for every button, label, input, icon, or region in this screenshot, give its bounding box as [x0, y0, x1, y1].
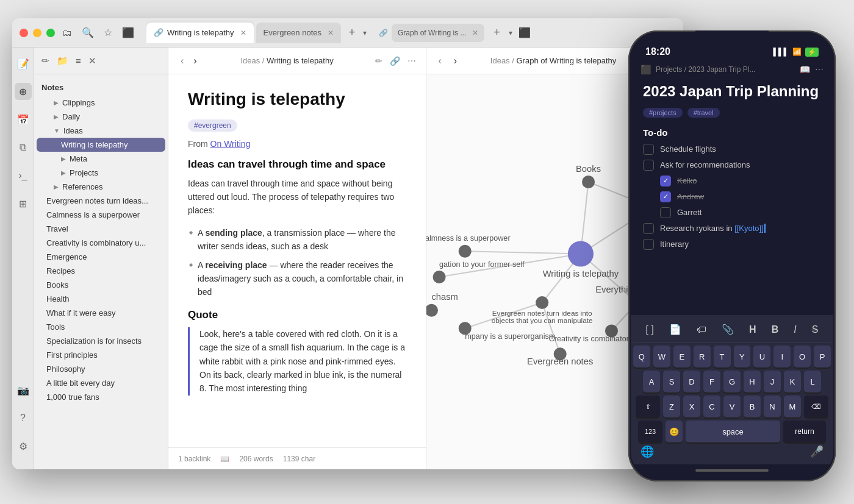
sidebar-item-ideas[interactable]: ▼ Ideas — [37, 124, 165, 138]
phone-book-icon[interactable]: 📖 — [800, 65, 810, 74]
sidebar-item-references[interactable]: ▶ References — [37, 180, 165, 194]
checkbox-itinerary[interactable] — [643, 239, 654, 250]
sidebar-item-1000-fans[interactable]: 1,000 true fans — [37, 390, 165, 404]
tab-dropdown-button[interactable]: ▾ — [363, 29, 367, 37]
kyoto-link[interactable]: [[Kyoto]] — [734, 224, 764, 233]
tab-graph[interactable]: Graph of Writing is ... ✕ — [392, 24, 484, 42]
microphone-icon[interactable]: 🎤 — [810, 445, 824, 458]
key-u[interactable]: U — [753, 346, 770, 367]
sidebar-item-what-if[interactable]: What if it were easy — [37, 306, 165, 320]
close-button[interactable] — [20, 29, 28, 37]
help-icon[interactable]: ? — [15, 410, 32, 427]
format-brackets-icon[interactable]: [ ] — [641, 322, 659, 338]
more-action-icon[interactable]: ⋯ — [407, 56, 416, 66]
graph-node-books[interactable] — [582, 176, 595, 188]
phone-keyboard[interactable]: [ ] 📄 🏷 📎 H B I S Q W E R T Y U I O P — [631, 315, 833, 464]
graph-node-calmness[interactable] — [458, 245, 471, 258]
checkbox-garrett[interactable] — [660, 207, 671, 218]
tab-writing-telepathy[interactable]: 🔗 Writing is telepathy ✕ — [146, 23, 254, 43]
graph-node-writing-telepathy[interactable] — [567, 241, 593, 266]
format-heading-icon[interactable]: H — [744, 322, 761, 338]
key-l[interactable]: L — [804, 371, 821, 392]
format-bold-icon[interactable]: B — [767, 322, 784, 338]
checkbox-ask-recommendations[interactable] — [643, 160, 654, 171]
format-attachment-icon[interactable]: 📎 — [717, 321, 739, 338]
tab-evergreen-notes[interactable]: Evergreen notes ✕ — [256, 23, 341, 43]
sidebar-toggle-icon[interactable]: ⬛ — [518, 27, 531, 38]
key-j[interactable]: J — [764, 371, 781, 392]
sidebar-item-meta[interactable]: ▶ Meta — [37, 152, 165, 166]
phone-more-icon[interactable]: ⋯ — [815, 65, 824, 74]
sidebar-item-projects[interactable]: ▶ Projects — [37, 166, 165, 180]
on-writing-link[interactable]: On Writing — [210, 139, 251, 149]
second-group-dropdown[interactable]: ▾ — [509, 29, 512, 37]
note-tag[interactable]: #evergreen — [188, 119, 237, 132]
sidebar-item-health[interactable]: Health — [37, 292, 165, 306]
sort-icon[interactable]: ≡ — [76, 55, 81, 66]
key-p[interactable]: P — [814, 346, 831, 367]
checkbox-andrew[interactable] — [660, 191, 671, 202]
globe-icon[interactable]: 🌐 — [640, 445, 654, 458]
link-action-icon[interactable]: 🔗 — [390, 56, 400, 66]
search-icon[interactable]: 🔍 — [82, 27, 94, 38]
graph-nav-icon[interactable]: ⊕ — [15, 83, 32, 100]
phone-tag-travel[interactable]: #travel — [687, 108, 720, 118]
calendar-icon[interactable]: 📅 — [15, 111, 32, 128]
key-k[interactable]: K — [784, 371, 801, 392]
graph-node-evergreen-objects[interactable] — [536, 296, 548, 309]
graph-tab-close[interactable]: ✕ — [472, 29, 478, 37]
blocks-icon[interactable]: ⊞ — [15, 195, 32, 212]
key-v[interactable]: V — [723, 396, 741, 417]
layout-icon[interactable]: ⬛ — [122, 27, 134, 38]
sidebar-item-travel[interactable]: Travel — [37, 222, 165, 236]
folder-nav-icon[interactable]: 📁 — [57, 55, 68, 66]
sidebar-item-evergreen[interactable]: Evergreen notes turn ideas... — [37, 194, 165, 208]
key-emoji[interactable]: 😊 — [666, 421, 683, 442]
key-space[interactable]: space — [686, 421, 780, 442]
key-t[interactable]: T — [714, 346, 731, 367]
key-f[interactable]: F — [703, 371, 720, 392]
key-d[interactable]: D — [683, 371, 700, 392]
sidebar-item-philosophy[interactable]: Philosophy — [37, 362, 165, 376]
key-r[interactable]: R — [694, 346, 711, 367]
sidebar-item-little-bit[interactable]: A little bit every day — [37, 376, 165, 390]
key-c[interactable]: C — [703, 396, 720, 417]
graph-forward-button[interactable]: › — [451, 54, 459, 68]
key-z[interactable]: Z — [663, 396, 680, 417]
maximize-button[interactable] — [46, 29, 55, 37]
key-g[interactable]: G — [723, 371, 741, 392]
graph-node-chasm[interactable] — [426, 304, 438, 317]
sidebar-item-clippings[interactable]: ▶ Clippings — [37, 96, 165, 110]
sidebar-item-calmness[interactable]: Calmness is a superpower — [37, 208, 165, 222]
sidebar-item-tools[interactable]: Tools — [37, 320, 165, 334]
format-strikethrough-icon[interactable]: S — [807, 322, 824, 338]
sidebar-item-recipes[interactable]: Recipes — [37, 264, 165, 278]
sidebar-item-emergence[interactable]: Emergence — [37, 250, 165, 264]
key-q[interactable]: Q — [633, 346, 650, 367]
edit-icon[interactable]: ✏ — [41, 55, 49, 66]
copy-icon[interactable]: ⧉ — [15, 139, 32, 156]
key-m[interactable]: M — [784, 396, 801, 417]
key-shift[interactable]: ⇧ — [636, 396, 660, 417]
key-e[interactable]: E — [673, 346, 691, 367]
key-return[interactable]: return — [783, 421, 826, 442]
key-a[interactable]: A — [643, 371, 660, 392]
sidebar-item-specialization[interactable]: Specialization is for insects — [37, 334, 165, 348]
key-w[interactable]: W — [653, 346, 670, 367]
key-o[interactable]: O — [794, 346, 811, 367]
back-button[interactable]: ‹ — [178, 54, 186, 68]
key-h[interactable]: H — [744, 371, 761, 392]
terminal-icon[interactable]: ›_ — [15, 167, 32, 184]
star-icon[interactable]: ☆ — [104, 27, 112, 38]
sidebar-item-daily[interactable]: ▶ Daily — [37, 110, 165, 124]
graph-node-navigation[interactable] — [432, 271, 445, 283]
key-s[interactable]: S — [663, 371, 680, 392]
format-italic-icon[interactable]: I — [789, 322, 801, 338]
tab-close-button-2[interactable]: ✕ — [328, 29, 334, 37]
minimize-button[interactable] — [33, 29, 41, 37]
format-tag-icon[interactable]: 🏷 — [692, 322, 711, 338]
key-123[interactable]: 123 — [638, 421, 662, 442]
checkbox-keiko[interactable] — [660, 176, 671, 186]
close-sidebar-icon[interactable]: ✕ — [88, 55, 96, 66]
phone-tag-projects[interactable]: #projects — [643, 108, 683, 118]
